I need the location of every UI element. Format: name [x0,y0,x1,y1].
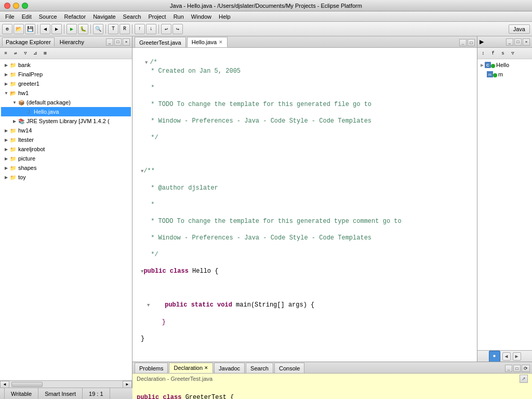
scroll-left[interactable]: ◀ [0,381,9,388]
open-button[interactable]: 📂 [14,24,24,34]
tab-javadoc[interactable]: Javadoc [214,363,245,373]
outline-item-hello[interactable]: ▶ C Hello [478,60,531,70]
tree-item-ltester[interactable]: ▶ 📁 ltester [1,135,131,144]
expand-shapes[interactable]: ▶ [3,165,9,171]
tab-problems[interactable]: Problems [135,363,168,373]
tab-search[interactable]: Search [246,363,273,373]
declaration-action-btn[interactable]: ↗ [520,375,528,383]
tab-declaration-close[interactable]: ✕ [204,365,208,370]
expand-hw1[interactable]: ▼ [3,90,9,96]
tab-greeter-test[interactable]: GreeterTest.java [135,37,186,47]
outline-expand-hello[interactable]: ▶ [481,63,484,68]
tree-item-default-pkg[interactable]: ▼ 📦 (default package) [1,98,131,107]
outline-static[interactable]: s [498,49,508,58]
minimize-left-panel[interactable]: _ [106,38,113,46]
window-controls[interactable] [4,3,28,9]
save-button[interactable]: 💾 [25,24,35,34]
tab-console[interactable]: Console [274,363,304,373]
tab-hierarchy[interactable]: Hierarchy [57,38,87,46]
explorer-menu[interactable]: ▽ [21,49,30,58]
nav-back[interactable]: ◀ [502,352,511,361]
expand-finalprep[interactable]: ▶ [3,71,9,77]
open-resource-button[interactable]: R [119,24,130,34]
maximize-left-panel[interactable]: □ [114,38,122,46]
fold-marker-4[interactable]: ▼ [147,303,150,308]
tree-item-hw1[interactable]: ▼ 📂 hw1 [1,88,131,98]
declaration-sync[interactable]: ⟳ [522,365,530,372]
run-button[interactable]: ▶ [66,24,77,34]
nav-forward[interactable]: ▶ [513,352,521,361]
prev-annotation[interactable]: ↑ [135,24,145,34]
outline-menu[interactable]: ▽ [508,49,517,58]
back-button[interactable]: ◀ [40,24,50,34]
menu-window[interactable]: Window [188,12,215,21]
menu-edit[interactable]: Edit [19,12,35,21]
explorer-layout[interactable]: ⊞ [41,49,50,58]
expand-hw14[interactable]: ▶ [3,127,9,134]
menu-file[interactable]: File [2,12,18,21]
editor-area[interactable]: ▼/* * Created on Jan 5, 2005 * * TODO To… [132,48,477,362]
tree-item-jre[interactable]: ▶ 📚 JRE System Library [JVM 1.4.2 ( [1,116,131,126]
expand-bank[interactable]: ▶ [3,62,9,68]
close-outline[interactable]: × [523,38,530,46]
outline-sort[interactable]: ↕ [478,49,488,58]
menu-navigate[interactable]: Navigate [90,12,118,21]
nav-prev[interactable]: ● [489,351,500,362]
close-hello-tab[interactable]: ✕ [219,39,223,45]
forward-button[interactable]: ▶ [51,24,62,34]
menu-search[interactable]: Search [120,12,144,21]
scroll-thumb[interactable] [11,382,43,387]
tree-item-hw14[interactable]: ▶ 📁 hw14 [1,126,131,135]
tree-item-bank[interactable]: ▶ 📁 bank [1,60,131,70]
maximize-editor[interactable]: □ [468,39,475,46]
tree-item-picture[interactable]: ▶ 📁 picture [1,154,131,163]
debug-button[interactable]: 🐛 [78,24,88,34]
tree-item-greeter1[interactable]: ▶ 📁 greeter1 [1,79,131,88]
tab-declaration[interactable]: Declaration ✕ [169,363,213,373]
menu-help[interactable]: Help [216,12,234,21]
undo-button[interactable]: ↩ [161,24,171,34]
tree-item-finalprep[interactable]: ▶ 📁 FinalPrep [1,70,131,79]
tree-item-kareljrobot[interactable]: ▶ 📁 kareljrobot [1,144,131,154]
tab-greeter-label: GreeterTest.java [139,39,181,46]
fold-marker-1[interactable]: ▼ [145,60,148,65]
close-button[interactable] [4,3,10,9]
expand-ltester[interactable]: ▶ [3,137,9,143]
scroll-right[interactable]: ▶ [123,381,132,388]
expand-jre[interactable]: ▶ [11,118,18,124]
outline-fields[interactable]: f [488,49,498,58]
explorer-filter[interactable]: ⊿ [31,49,40,58]
minimize-bottom[interactable]: _ [505,365,512,372]
redo-button[interactable]: ↪ [172,24,183,34]
close-left-panel[interactable]: × [123,38,130,46]
expand-picture[interactable]: ▶ [3,155,9,162]
tree-item-toy[interactable]: ▶ 📁 toy [1,172,131,182]
menu-run[interactable]: Run [170,12,187,21]
search-button[interactable]: 🔍 [93,24,103,34]
tab-package-explorer[interactable]: Package Explorer [2,37,55,46]
outline-item-main[interactable]: m m [478,70,531,79]
tree-item-shapes[interactable]: ▶ 📁 shapes [1,163,131,172]
left-horizontal-scrollbar[interactable]: ◀ ▶ [0,380,132,388]
editor-panel: GreeterTest.java Hello.java ✕ _ □ ▼/* * … [132,36,477,362]
minimize-editor[interactable]: _ [459,39,467,46]
open-type-button[interactable]: T [108,24,118,34]
minimize-button[interactable] [13,3,19,9]
tree-item-hello-java[interactable]: ▶ J Hello.java [1,107,131,116]
next-annotation[interactable]: ↓ [146,24,156,34]
minimize-outline[interactable]: _ [506,38,513,46]
menu-source[interactable]: Source [36,12,60,21]
menu-refactor[interactable]: Refactor [61,12,89,21]
new-button[interactable]: ⊕ [2,24,12,34]
maximize-outline[interactable]: □ [514,38,522,46]
expand-greeter1[interactable]: ▶ [3,81,9,87]
menu-project[interactable]: Project [145,12,169,21]
expand-toy[interactable]: ▶ [3,174,9,180]
expand-kareljrobot[interactable]: ▶ [3,146,9,152]
link-editor[interactable]: ⇌ [11,49,20,58]
maximize-bottom[interactable]: □ [513,365,521,372]
tab-hello-java[interactable]: Hello.java ✕ [187,37,228,47]
maximize-button[interactable] [22,3,28,9]
expand-default-pkg[interactable]: ▼ [11,99,18,105]
collapse-all[interactable]: ≡ [1,49,10,58]
